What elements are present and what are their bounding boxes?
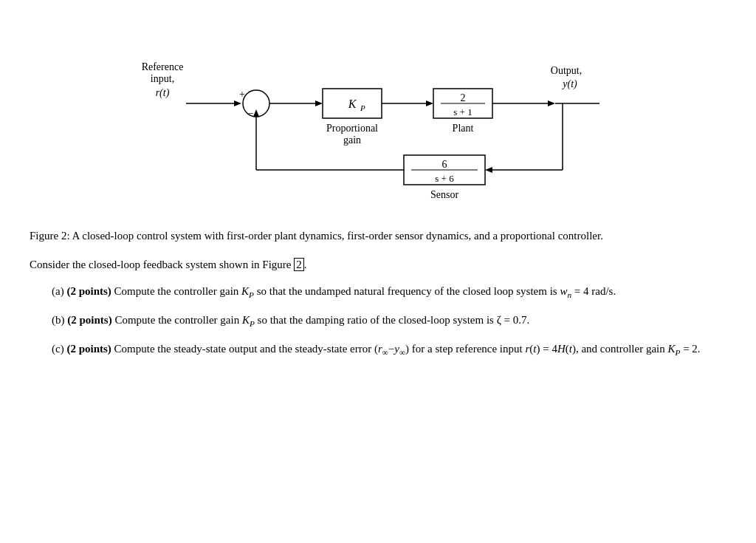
kp-subscript: P [360,103,365,112]
minus-sign: − [248,108,254,119]
prop-gain-label2: gain [343,134,361,146]
figure-caption-label: Figure 2: [30,230,70,242]
control-diagram: Reference input, r(t) + − K P Proportion… [127,30,629,214]
output-label: Output, [551,65,582,76]
kp-to-plant-arrow [426,100,433,106]
y-t-label: y(t) [561,78,577,90]
part-b: (b) (2 points) Compute the controller ga… [30,312,726,330]
plant-to-output-arrow [548,100,555,106]
figure-caption-text: A closed-loop control system with first-… [70,230,603,242]
figure-ref: 2 [294,258,304,271]
diagram-container: Reference input, r(t) + − K P Proportion… [30,30,726,214]
part-c: (c) (2 points) Compute the steady-state … [30,341,726,359]
reference-input-label2: input, [151,73,174,84]
part-b-points: 2 points [71,314,108,326]
junction-to-kp-arrow [315,100,323,106]
sensor-numerator: 6 [442,159,447,170]
figure-caption: Figure 2: A closed-loop control system w… [30,228,726,245]
feedback-to-sensor-arrow [485,167,492,173]
input-arrowhead [234,100,241,106]
sensor-denominator: s + 6 [435,173,454,184]
r-t-label: r(t) [156,87,170,99]
plant-denominator: s + 1 [453,106,472,117]
prop-gain-label1: Proportional [326,123,378,134]
part-a-points: 2 points [70,285,107,297]
problem-intro: Consider the closed-loop feedback system… [30,256,726,273]
sensor-label: Sensor [430,189,458,200]
plant-numerator: 2 [461,92,466,103]
part-c-points: 2 points [70,343,107,355]
plant-label: Plant [453,123,474,134]
kp-label: K [348,98,357,110]
part-a: (a) (2 points) Compute the controller ga… [30,283,726,301]
reference-input-label: Reference [142,61,184,72]
